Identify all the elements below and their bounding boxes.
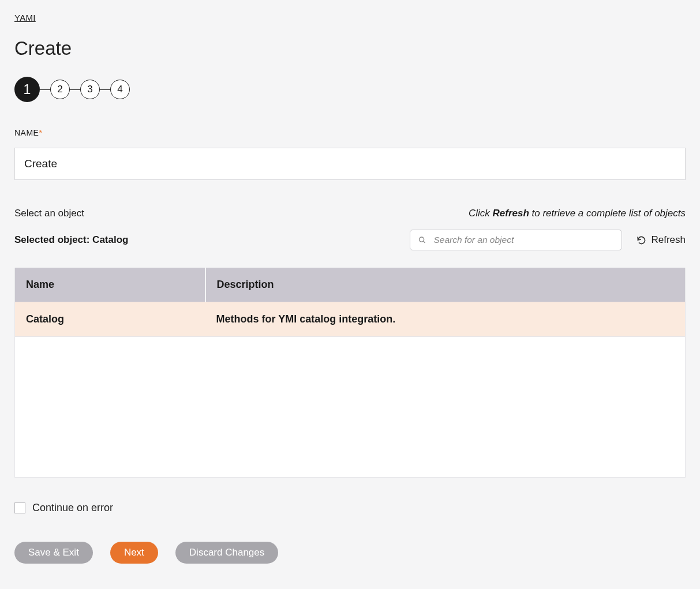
breadcrumb-link[interactable]: YAMI bbox=[14, 13, 36, 22]
refresh-hint-suffix: to retrieve a complete list of objects bbox=[529, 208, 686, 219]
name-label-text: NAME bbox=[14, 128, 39, 137]
step-connector bbox=[100, 89, 110, 90]
step-connector bbox=[70, 89, 80, 90]
cell-name: Catalog bbox=[15, 302, 205, 337]
cell-description: Methods for YMI catalog integration. bbox=[205, 302, 686, 337]
save-exit-button[interactable]: Save & Exit bbox=[14, 542, 93, 564]
search-wrap bbox=[410, 230, 622, 250]
table-empty-area bbox=[14, 337, 686, 478]
select-object-label: Select an object bbox=[14, 208, 84, 219]
objects-table: Name Description Catalog Methods for YMI… bbox=[14, 268, 686, 337]
continue-on-error-checkbox[interactable] bbox=[14, 502, 25, 513]
step-1[interactable]: 1 bbox=[14, 77, 40, 102]
step-3[interactable]: 3 bbox=[80, 80, 100, 99]
search-input[interactable] bbox=[410, 230, 622, 250]
step-connector bbox=[40, 89, 50, 90]
refresh-hint-strong: Refresh bbox=[493, 208, 529, 219]
name-field-label: NAME* bbox=[14, 128, 686, 137]
col-description[interactable]: Description bbox=[205, 268, 686, 302]
selected-object-prefix: Selected object: bbox=[14, 234, 92, 245]
discard-button[interactable]: Discard Changes bbox=[175, 542, 278, 564]
table-header-row: Name Description bbox=[15, 268, 686, 302]
continue-on-error-label: Continue on error bbox=[32, 502, 113, 514]
refresh-button[interactable]: Refresh bbox=[637, 234, 686, 246]
name-input[interactable] bbox=[14, 148, 686, 180]
step-4[interactable]: 4 bbox=[110, 80, 130, 99]
refresh-button-label: Refresh bbox=[651, 234, 686, 246]
next-button[interactable]: Next bbox=[110, 542, 158, 564]
step-2[interactable]: 2 bbox=[50, 80, 70, 99]
stepper: 1 2 3 4 bbox=[14, 77, 686, 102]
col-name[interactable]: Name bbox=[15, 268, 205, 302]
refresh-icon bbox=[637, 235, 646, 245]
required-asterisk: * bbox=[39, 128, 42, 137]
table-row[interactable]: Catalog Methods for YMI catalog integrat… bbox=[15, 302, 686, 337]
selected-object-value: Catalog bbox=[92, 234, 128, 245]
refresh-hint: Click Refresh to retrieve a complete lis… bbox=[469, 208, 686, 219]
selected-object: Selected object: Catalog bbox=[14, 234, 128, 246]
refresh-hint-prefix: Click bbox=[469, 208, 493, 219]
page-title: Create bbox=[14, 37, 686, 59]
